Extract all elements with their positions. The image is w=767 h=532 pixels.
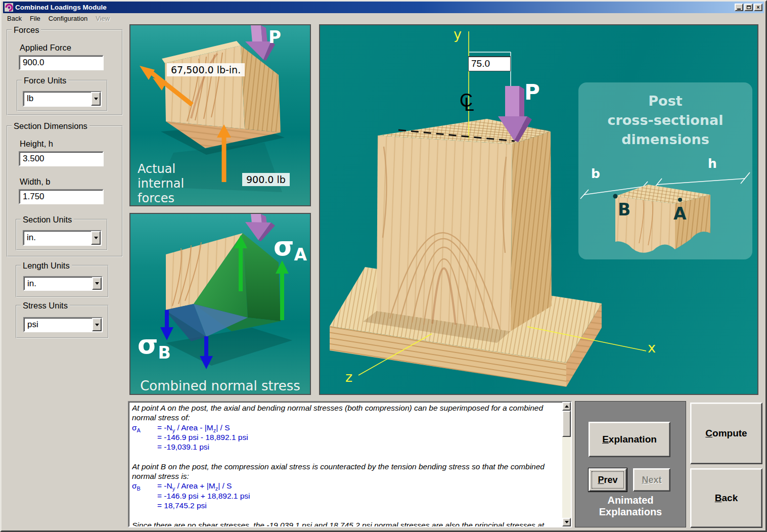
text-line: normal stress is: bbox=[132, 472, 560, 481]
menu-configuration[interactable]: Configuration bbox=[44, 14, 92, 24]
focus-rect bbox=[592, 471, 624, 489]
menu-back[interactable]: Back bbox=[3, 14, 26, 24]
applied-force-input[interactable]: 900.0 bbox=[19, 55, 104, 70]
text-line: normal stress of: bbox=[132, 413, 560, 423]
menu-file[interactable]: File bbox=[26, 14, 44, 24]
stress-units-dropdown-button[interactable] bbox=[92, 318, 102, 331]
dimension-h bbox=[653, 172, 750, 190]
app-window: Combined Loadings Module × Back File Con… bbox=[0, 0, 767, 532]
point-b-label: B bbox=[618, 200, 630, 219]
chevron-down-icon bbox=[95, 282, 99, 285]
chevron-down-icon bbox=[94, 237, 98, 239]
close-button[interactable]: × bbox=[754, 4, 762, 11]
force-units-value: lb bbox=[24, 92, 91, 106]
force-value-label: 900.0 lb bbox=[242, 173, 290, 186]
scroll-up-button[interactable] bbox=[562, 402, 571, 411]
text-line bbox=[132, 452, 560, 462]
forces-legend: Forces bbox=[12, 25, 41, 35]
next-button: Next bbox=[633, 468, 670, 492]
section-units-value: in. bbox=[24, 231, 91, 245]
panel-caption: Actual internal forces bbox=[138, 162, 184, 206]
main-3d-view: y x z C L 75.0 P Post cross-sectional di… bbox=[319, 24, 758, 395]
text-line bbox=[132, 511, 560, 520]
p-force-label: P bbox=[268, 27, 281, 47]
chevron-down-icon bbox=[95, 324, 99, 326]
panel-caption: Combined normal stress bbox=[130, 379, 310, 393]
height-label: Height, h bbox=[20, 139, 53, 149]
title-bar[interactable]: Combined Loadings Module × bbox=[3, 2, 764, 13]
minimize-icon bbox=[737, 9, 741, 10]
text-line: = -146.9 psi - 18,892.1 psi bbox=[132, 433, 560, 442]
y-axis-label: y bbox=[454, 26, 462, 42]
vertical-scrollbar[interactable] bbox=[562, 402, 571, 526]
explanation-textarea[interactable]: At point A on the post, the axial and be… bbox=[128, 401, 572, 527]
scroll-down-icon bbox=[565, 521, 569, 523]
stress-units-combo[interactable]: psi bbox=[23, 317, 103, 332]
point-a-label: A bbox=[673, 204, 687, 224]
animated-explanations-caption: Animated Explanations bbox=[575, 495, 686, 518]
moment-value-label: 67,500.0 lb-in. bbox=[167, 63, 245, 76]
text-line: = 18,745.2 psi bbox=[132, 501, 560, 511]
text-line: σA= -Ny / Area - |Mz| / S bbox=[132, 423, 560, 433]
chevron-down-icon bbox=[94, 98, 98, 100]
sigma-b-label: σB bbox=[138, 331, 171, 361]
length-units-dropdown-button[interactable] bbox=[92, 277, 102, 290]
width-input[interactable]: 1.750 bbox=[19, 189, 104, 204]
width-label: Width, b bbox=[20, 177, 51, 187]
scroll-up-icon bbox=[565, 405, 569, 408]
length-units-legend: Length Units bbox=[21, 261, 72, 271]
text-line: = -19,039.1 psi bbox=[132, 442, 560, 452]
cross-section-overlay: Post cross-sectional dimensions bbox=[578, 82, 752, 259]
dimension-b-label: b bbox=[591, 166, 600, 181]
menu-bar: Back File Configuration View bbox=[3, 14, 764, 23]
app-icon bbox=[5, 3, 13, 12]
text-line: = -146.9 psi + 18,892.1 psi bbox=[132, 492, 560, 501]
force-units-combo[interactable]: lb bbox=[23, 91, 102, 107]
force-units-dropdown-button[interactable] bbox=[91, 92, 101, 106]
stress-units-legend: Stress Units bbox=[21, 301, 70, 311]
close-icon: × bbox=[757, 5, 760, 10]
stress-units-value: psi bbox=[24, 318, 92, 331]
back-button[interactable]: Back bbox=[690, 468, 762, 528]
force-arrow-p bbox=[245, 214, 275, 241]
applied-force-label: Applied Force bbox=[20, 43, 71, 53]
combined-stress-panel: σA σB Combined normal stress bbox=[129, 213, 311, 395]
internal-forces-panel: 67,500.0 lb-in. 900.0 lb P Actual intern… bbox=[129, 24, 311, 206]
text-line: σB= -Ny / Area + |Mz| / S bbox=[132, 481, 560, 491]
prev-button[interactable]: Prev bbox=[589, 468, 627, 492]
x-axis-label: x bbox=[648, 340, 656, 356]
text-line: At point A on the post, the axial and be… bbox=[132, 404, 560, 413]
maximize-icon bbox=[747, 6, 751, 9]
scroll-down-button[interactable] bbox=[562, 518, 571, 526]
explanation-button[interactable]: Explanation bbox=[589, 422, 670, 457]
p-force-label: P bbox=[524, 80, 540, 105]
sigma-a-label: σA bbox=[274, 233, 307, 263]
menu-view: View bbox=[92, 14, 114, 24]
force-units-legend: Force Units bbox=[22, 76, 68, 85]
minimize-button[interactable] bbox=[735, 4, 743, 11]
height-input[interactable]: 3.500 bbox=[19, 151, 104, 166]
centerline-symbol: C L bbox=[460, 90, 480, 113]
length-units-value: in. bbox=[24, 277, 92, 290]
window-title: Combined Loadings Module bbox=[15, 4, 735, 11]
compute-button[interactable]: Compute bbox=[690, 403, 762, 464]
animated-explanations-panel: Explanation Prev Next Animated Explanati… bbox=[575, 401, 686, 527]
maximize-button[interactable] bbox=[744, 4, 753, 11]
section-legend: Section Dimensions bbox=[12, 121, 89, 131]
section-units-legend: Section Units bbox=[21, 215, 74, 225]
z-axis-label: z bbox=[345, 369, 352, 385]
scrollbar-thumb[interactable] bbox=[562, 411, 571, 437]
explanation-text[interactable]: At point A on the post, the axial and be… bbox=[132, 404, 560, 526]
section-units-dropdown-button[interactable] bbox=[91, 231, 101, 245]
length-units-combo[interactable]: in. bbox=[23, 276, 103, 291]
cross-section-block bbox=[578, 82, 752, 259]
post-3d bbox=[377, 119, 552, 331]
text-line: At point B on the post, the compression … bbox=[132, 462, 560, 472]
dimension-h-label: h bbox=[708, 156, 717, 171]
offset-distance-input[interactable]: 75.0 bbox=[468, 56, 511, 71]
text-line: Since there are no shear stresses, the -… bbox=[132, 521, 560, 526]
section-units-combo[interactable]: in. bbox=[23, 230, 102, 246]
